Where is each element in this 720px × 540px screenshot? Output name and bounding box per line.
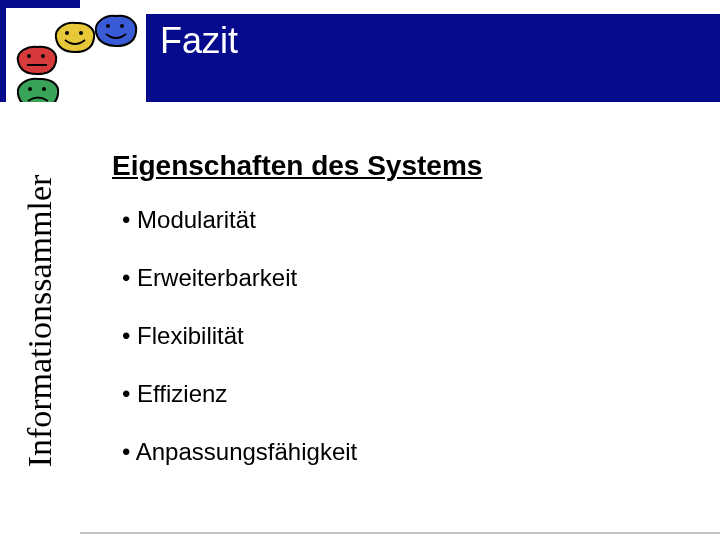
svg-point-5 bbox=[41, 54, 45, 58]
sidebar-label-box: Informationssammler bbox=[0, 102, 80, 540]
svg-point-0 bbox=[106, 24, 110, 28]
list-item: Erweiterbarkeit bbox=[122, 264, 692, 292]
sidebar-vertical-label: Informationssammler bbox=[21, 175, 59, 468]
faces-cluster bbox=[6, 8, 146, 108]
list-item: Modularität bbox=[122, 206, 692, 234]
footer-divider bbox=[80, 532, 720, 534]
list-item: Effizienz bbox=[122, 380, 692, 408]
list-item: Anpassungsfähigkeit bbox=[122, 438, 692, 466]
slide-content: Eigenschaften des Systems Modularität Er… bbox=[112, 150, 692, 496]
svg-point-2 bbox=[65, 31, 69, 35]
svg-point-7 bbox=[42, 87, 46, 91]
red-flat-face-icon bbox=[14, 44, 60, 78]
svg-point-3 bbox=[79, 31, 83, 35]
svg-point-6 bbox=[28, 87, 32, 91]
bullet-list: Modularität Erweiterbarkeit Flexibilität… bbox=[112, 206, 692, 466]
slide-header: Fazit bbox=[80, 14, 720, 102]
list-item: Flexibilität bbox=[122, 322, 692, 350]
blue-happy-face-icon bbox=[92, 12, 140, 50]
svg-point-4 bbox=[27, 54, 31, 58]
svg-point-1 bbox=[120, 24, 124, 28]
subtitle: Eigenschaften des Systems bbox=[112, 150, 692, 182]
